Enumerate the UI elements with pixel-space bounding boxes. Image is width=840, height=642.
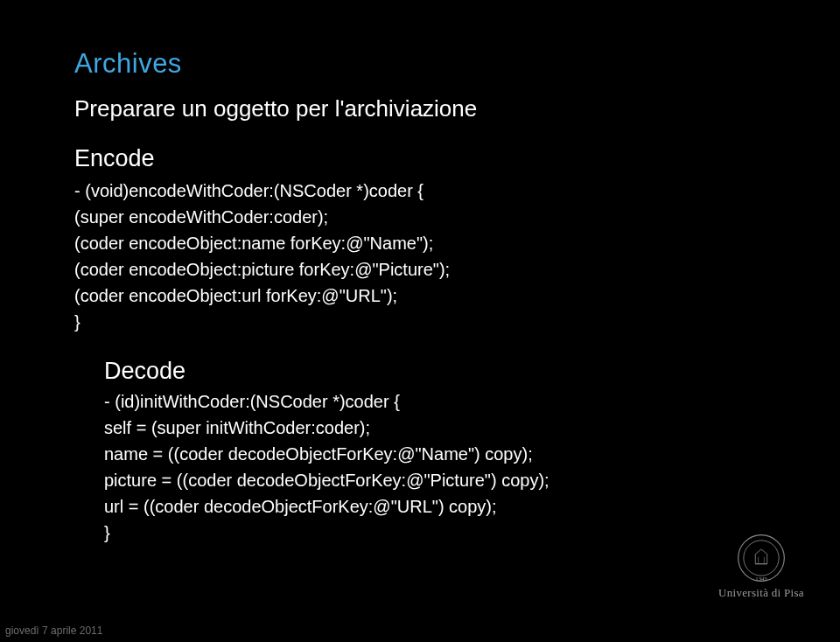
- university-name: Università di Pisa: [709, 586, 814, 600]
- university-logo: 1343 Università di Pisa: [709, 534, 814, 600]
- code-line: - (void)encodeWithCoder:(NSCoder *)coder…: [74, 178, 766, 204]
- footer-date: giovedì 7 aprile 2011: [5, 625, 102, 637]
- svg-point-0: [738, 535, 785, 582]
- slide: Archives Preparare un oggetto per l'arch…: [0, 0, 840, 642]
- decode-heading: Decode: [104, 358, 766, 385]
- code-line: }: [104, 520, 766, 546]
- code-line: (coder encodeObject:name forKey:@"Name")…: [74, 230, 766, 256]
- decode-code: - (id)initWithCoder:(NSCoder *)coder { s…: [104, 388, 766, 546]
- encode-heading: Encode: [74, 145, 766, 172]
- seal-year: 1343: [755, 576, 767, 582]
- code-line: self = (super initWithCoder:coder);: [104, 415, 766, 441]
- slide-content: Archives Preparare un oggetto per l'arch…: [74, 48, 766, 546]
- code-line: url = ((coder decodeObjectForKey:@"URL")…: [104, 493, 766, 520]
- code-line: }: [74, 309, 766, 335]
- code-line: (coder encodeObject:url forKey:@"URL");: [74, 283, 766, 309]
- svg-point-1: [744, 541, 779, 576]
- slide-subtitle: Preparare un oggetto per l'archiviazione: [74, 95, 766, 122]
- university-seal-icon: 1343: [737, 534, 786, 583]
- code-line: name = ((coder decodeObjectForKey:@"Name…: [104, 441, 766, 467]
- encode-code: - (void)encodeWithCoder:(NSCoder *)coder…: [74, 178, 766, 335]
- decode-block: Decode - (id)initWithCoder:(NSCoder *)co…: [104, 358, 766, 546]
- code-line: - (id)initWithCoder:(NSCoder *)coder {: [104, 388, 766, 415]
- code-line: picture = ((coder decodeObjectForKey:@"P…: [104, 467, 766, 493]
- code-line: (coder encodeObject:picture forKey:@"Pic…: [74, 256, 766, 283]
- code-line: (super encodeWithCoder:coder);: [74, 204, 766, 230]
- slide-title: Archives: [74, 48, 766, 80]
